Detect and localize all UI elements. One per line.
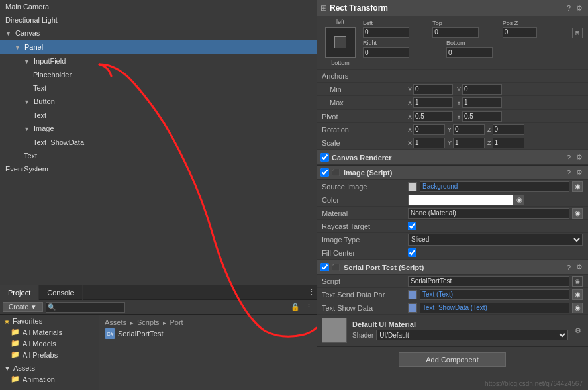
material-settings[interactable]: ⚙ bbox=[573, 326, 583, 335]
item-label: Text bbox=[33, 84, 46, 92]
breadcrumb-assets[interactable]: Assets bbox=[105, 318, 126, 326]
sidebar-item-assets[interactable]: ▼ Assets bbox=[0, 363, 99, 373]
material-input[interactable] bbox=[408, 208, 569, 219]
hierarchy-item-placeholder[interactable]: Placeholder bbox=[0, 68, 317, 81]
image-type-select[interactable]: Sliced Simple Tiled Filled bbox=[408, 234, 583, 246]
text-show-label: Text Show Data bbox=[322, 304, 408, 312]
assets-main: Assets Scripts Port C# SerialPortTest bbox=[99, 315, 317, 390]
serial-port-enabled[interactable] bbox=[320, 263, 329, 271]
tab-project[interactable]: Project bbox=[0, 285, 39, 300]
hierarchy-panel: Main Camera Directional Light Canvas Pan… bbox=[0, 0, 317, 285]
serial-port-settings[interactable]: ⚙ bbox=[575, 263, 584, 271]
rotation-z-input[interactable] bbox=[493, 124, 524, 135]
hierarchy-item-canvas[interactable]: Canvas bbox=[0, 26, 317, 40]
rect-r-button[interactable]: R bbox=[572, 28, 583, 38]
scale-y-input[interactable] bbox=[453, 138, 485, 148]
min-y-input[interactable] bbox=[462, 84, 502, 95]
tab-console[interactable]: Console bbox=[39, 285, 82, 300]
left-input[interactable] bbox=[363, 27, 409, 38]
hierarchy-item-text2[interactable]: Text bbox=[0, 109, 317, 122]
color-pick[interactable]: ◉ bbox=[514, 195, 524, 205]
material-pick[interactable]: ◉ bbox=[572, 208, 583, 219]
max-x-input[interactable] bbox=[413, 97, 453, 108]
hierarchy-item-directional-light[interactable]: Directional Light bbox=[0, 13, 317, 26]
script-input[interactable] bbox=[408, 276, 569, 287]
add-component-button[interactable]: Add Component bbox=[399, 352, 506, 367]
anchor-widget[interactable] bbox=[325, 27, 356, 58]
anchors-min-label: Min bbox=[322, 85, 408, 93]
source-image-value: ◉ bbox=[408, 181, 583, 192]
text-show-pick[interactable]: ◉ bbox=[572, 303, 583, 313]
material-thumbnail bbox=[322, 318, 347, 343]
bottom-input[interactable] bbox=[446, 47, 493, 58]
fill-center-checkbox[interactable] bbox=[408, 248, 416, 257]
anchors-min-row: Min X Y bbox=[317, 83, 588, 96]
hierarchy-item-text3[interactable]: Text bbox=[0, 149, 317, 162]
sidebar-item-all-prefabs[interactable]: 📁 All Prefabs bbox=[0, 349, 99, 360]
hierarchy-item-text-showdata[interactable]: Text_ShowData bbox=[0, 136, 317, 149]
rotation-label: Rotation bbox=[322, 126, 408, 134]
rect-settings-button[interactable]: ⚙ bbox=[575, 4, 584, 13]
create-button[interactable]: Create ▼ bbox=[3, 302, 43, 312]
pivot-row: Pivot X Y bbox=[317, 110, 588, 123]
pivot-y-input[interactable] bbox=[462, 111, 502, 122]
text-send-pick[interactable]: ◉ bbox=[572, 289, 583, 300]
canvas-renderer-help[interactable]: ? bbox=[565, 154, 572, 162]
scale-z-input[interactable] bbox=[493, 138, 524, 148]
panel-more-button[interactable]: ⋮ bbox=[304, 303, 314, 311]
hierarchy-item-panel[interactable]: Panel bbox=[0, 40, 317, 54]
text-send-input[interactable] bbox=[420, 289, 569, 300]
canvas-renderer-enabled[interactable] bbox=[320, 153, 329, 162]
scale-x-input[interactable] bbox=[413, 138, 445, 148]
breadcrumb-port[interactable]: Port bbox=[170, 318, 183, 326]
hierarchy-item-image[interactable]: Image bbox=[0, 122, 317, 136]
asset-item-serialporttest[interactable]: C# SerialPortTest bbox=[102, 328, 314, 340]
breadcrumb-sep2 bbox=[162, 318, 168, 326]
serial-port-help[interactable]: ? bbox=[565, 264, 572, 271]
pivot-x-input[interactable] bbox=[413, 111, 453, 122]
sidebar-item-favorites[interactable]: ★ Favorites bbox=[0, 316, 99, 326]
sidebar-item-animation[interactable]: 📁 Animation bbox=[0, 373, 99, 385]
asset-filename: SerialPortTest bbox=[118, 330, 163, 338]
panel-lock-button[interactable]: 🔒 bbox=[289, 303, 301, 311]
project-search-input[interactable] bbox=[46, 302, 125, 313]
panel-options-button[interactable]: ⋮ bbox=[307, 288, 317, 297]
rotation-row: Rotation X Y Z bbox=[317, 123, 588, 136]
source-image-input[interactable] bbox=[420, 181, 569, 192]
image-script-enabled[interactable] bbox=[320, 168, 329, 177]
right-input[interactable] bbox=[363, 47, 409, 58]
rect-help-button[interactable]: ? bbox=[565, 4, 572, 12]
sidebar-item-all-materials[interactable]: 📁 All Materials bbox=[0, 326, 99, 338]
hierarchy-item-inputfield[interactable]: InputField bbox=[0, 54, 317, 68]
breadcrumb-scripts[interactable]: Scripts bbox=[137, 318, 160, 326]
arrow-icon bbox=[15, 44, 21, 51]
min-x-input[interactable] bbox=[413, 84, 453, 95]
text-show-input[interactable] bbox=[420, 303, 569, 313]
rotation-y-input[interactable] bbox=[453, 124, 485, 135]
image-script-settings[interactable]: ⚙ bbox=[575, 168, 584, 177]
shader-select[interactable]: UI/Default bbox=[376, 330, 568, 340]
item-label: Main Camera bbox=[5, 3, 49, 11]
top-input[interactable] bbox=[432, 27, 479, 38]
max-y-input[interactable] bbox=[462, 97, 502, 108]
item-label: Text_ShowData bbox=[33, 138, 84, 146]
arrow-icon bbox=[24, 126, 30, 132]
source-image-pick[interactable]: ◉ bbox=[572, 181, 583, 192]
image-script-help[interactable]: ? bbox=[565, 169, 572, 177]
hierarchy-item-text1[interactable]: Text bbox=[0, 81, 317, 95]
script-pick[interactable]: ◉ bbox=[572, 276, 583, 287]
text-send-thumb bbox=[408, 290, 417, 299]
sidebar-item-all-models[interactable]: 📁 All Models bbox=[0, 338, 99, 349]
bottom-preset-label: bottom bbox=[331, 60, 350, 66]
right-label: Right bbox=[363, 40, 377, 46]
hierarchy-item-eventsystem[interactable]: EventSystem bbox=[0, 162, 317, 175]
pos-z-input[interactable] bbox=[503, 27, 537, 38]
color-swatch[interactable] bbox=[408, 195, 514, 205]
hierarchy-item-main-camera[interactable]: Main Camera bbox=[0, 0, 317, 13]
anchors-label: Anchors bbox=[322, 72, 408, 80]
rotation-x-input[interactable] bbox=[413, 124, 445, 135]
shader-label: Shader bbox=[352, 332, 373, 339]
raycast-checkbox[interactable] bbox=[408, 222, 416, 230]
canvas-renderer-settings[interactable]: ⚙ bbox=[575, 153, 584, 162]
hierarchy-item-button[interactable]: Button bbox=[0, 95, 317, 109]
